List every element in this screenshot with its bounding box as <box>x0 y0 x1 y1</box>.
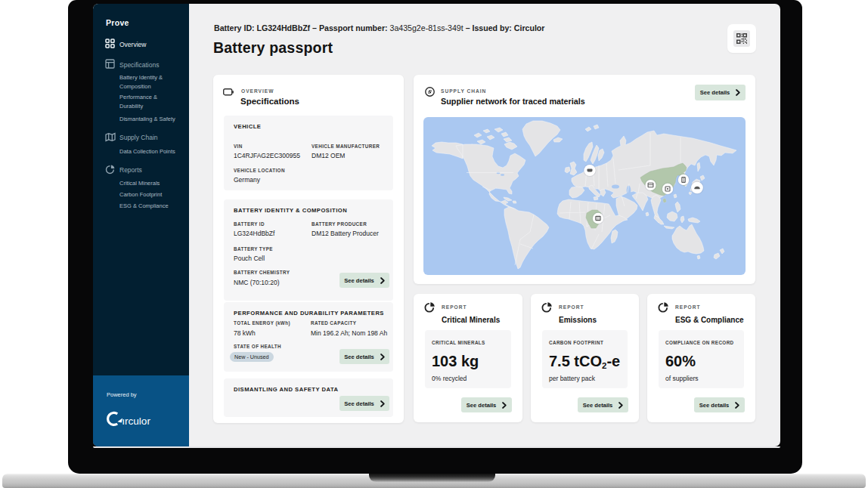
svg-text:ırculor: ırculor <box>122 415 150 427</box>
